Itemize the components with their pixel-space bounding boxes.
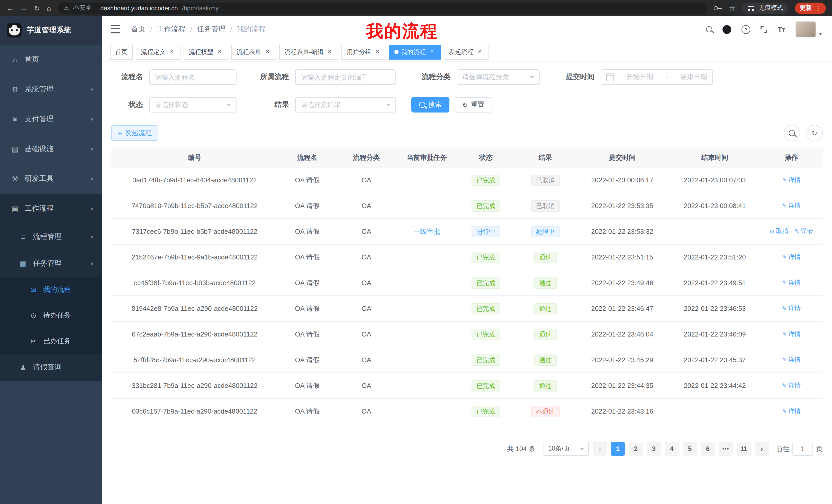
row-actions: ✎详情 bbox=[761, 304, 822, 313]
table-body: 3ad174fb-7b9d-11ec-8404-acde48001122OA 请… bbox=[111, 167, 823, 424]
category-select[interactable]: 请选择流程分类 bbox=[457, 69, 540, 85]
close-icon[interactable]: × bbox=[168, 48, 175, 55]
browser-menu-icon[interactable]: ⋮ bbox=[815, 4, 821, 11]
detail-button[interactable]: ✎详情 bbox=[782, 407, 801, 416]
close-icon[interactable]: × bbox=[326, 48, 333, 55]
sidebar-item-leave-query[interactable]: ♟请假查询 bbox=[0, 354, 102, 381]
column-header: 编号 bbox=[111, 153, 278, 162]
breadcrumb-item[interactable]: 首页 bbox=[131, 25, 146, 34]
toggle-search-button[interactable] bbox=[784, 125, 800, 141]
bookmark-star-icon[interactable]: ☆ bbox=[729, 4, 735, 12]
reset-button[interactable]: ↻ 重置 bbox=[454, 97, 492, 113]
next-page-button[interactable]: › bbox=[755, 442, 769, 456]
start-process-button[interactable]: + 发起流程 bbox=[111, 125, 158, 141]
table-row: ec45f38f-7b9a-11ec-b03b-acde48001122OA 请… bbox=[111, 270, 823, 296]
fullscreen-icon[interactable] bbox=[761, 26, 768, 33]
browser-back-icon[interactable]: ← bbox=[6, 4, 14, 11]
search-icon[interactable] bbox=[706, 26, 712, 32]
detail-button[interactable]: ✎详情 bbox=[782, 356, 801, 364]
sidebar-item-system[interactable]: ⚙系统管理∨ bbox=[0, 75, 102, 104]
close-icon[interactable]: × bbox=[216, 48, 223, 55]
sidebar-item-task-mgmt[interactable]: ▦任务管理∧ bbox=[0, 250, 102, 277]
tab-label: 流程定义 bbox=[141, 48, 165, 56]
detail-icon: ✎ bbox=[782, 202, 787, 209]
tab-process-definition[interactable]: 流程定义× bbox=[136, 45, 181, 59]
sidebar-item-payment[interactable]: ¥支付管理∨ bbox=[0, 104, 102, 134]
tab-process-form[interactable]: 流程表单× bbox=[231, 45, 276, 59]
tab-my-process[interactable]: 我的流程× bbox=[389, 45, 441, 59]
process-name-input[interactable] bbox=[149, 69, 237, 85]
close-icon[interactable]: × bbox=[374, 48, 381, 55]
sidebar-item-home[interactable]: ⌂首页 bbox=[0, 45, 102, 75]
page-button-5[interactable]: 5 bbox=[683, 442, 697, 456]
address-bar[interactable]: ⚠ 不安全 dashboard.yudao.iocoder.cn /bpm/ta… bbox=[58, 2, 707, 13]
hamburger-icon[interactable] bbox=[111, 25, 120, 33]
detail-button[interactable]: ✎详情 bbox=[782, 304, 801, 313]
page-button-4[interactable]: 4 bbox=[665, 442, 679, 456]
tab-process-model[interactable]: 流程模型× bbox=[184, 45, 228, 59]
page-button-2[interactable]: 2 bbox=[629, 442, 643, 456]
filter-result: 结果 请选择流结果 bbox=[248, 97, 396, 113]
browser-forward-icon[interactable]: → bbox=[20, 4, 27, 11]
github-icon[interactable] bbox=[723, 25, 731, 34]
submit-time: 2022-01-22 23:51:15 bbox=[576, 253, 669, 261]
process-category: OA bbox=[336, 228, 396, 235]
detail-button[interactable]: ✎详情 bbox=[795, 227, 813, 236]
row-actions: ✎详情 bbox=[761, 356, 822, 364]
page-button-3[interactable]: 3 bbox=[647, 442, 661, 456]
status-select[interactable]: 请选择状态 bbox=[149, 97, 237, 113]
tab-start-process[interactable]: 发起流程× bbox=[444, 45, 489, 59]
breadcrumb-item[interactable]: 任务管理 bbox=[197, 25, 226, 34]
sidebar-item-infrastructure[interactable]: ▤基础设施∨ bbox=[0, 134, 102, 164]
prev-page-button[interactable]: ‹ bbox=[593, 442, 607, 456]
detail-icon: ✎ bbox=[782, 408, 787, 415]
detail-button[interactable]: ✎详情 bbox=[782, 278, 801, 287]
status-badge: 已完成 bbox=[471, 174, 500, 186]
tab-user-group[interactable]: 用户分组× bbox=[341, 45, 386, 59]
detail-button[interactable]: ✎详情 bbox=[782, 176, 801, 185]
detail-button[interactable]: ✎详情 bbox=[782, 330, 801, 339]
refresh-table-button[interactable]: ↻ bbox=[806, 125, 823, 141]
row-actions: ✎详情 bbox=[761, 253, 822, 261]
sidebar-item-my-process[interactable]: ✉我的流程 bbox=[0, 277, 102, 303]
page-ellipsis[interactable]: ••• bbox=[719, 442, 733, 456]
tab-process-form-edit[interactable]: 流程表单-编辑× bbox=[279, 45, 338, 59]
sidebar-item-process-mgmt[interactable]: ≡流程管理∨ bbox=[0, 223, 102, 250]
process-def-input[interactable] bbox=[295, 69, 396, 85]
process-category: OA bbox=[336, 279, 396, 287]
status-label: 状态 bbox=[111, 100, 143, 109]
help-icon[interactable]: ? bbox=[742, 25, 751, 34]
page-button-6[interactable]: 6 bbox=[701, 442, 715, 456]
close-icon[interactable]: × bbox=[428, 48, 436, 55]
sidebar-item-workflow[interactable]: ▣工作流程∧ bbox=[0, 194, 102, 223]
user-avatar[interactable]: ▼ bbox=[796, 21, 823, 37]
detail-button[interactable]: ✎详情 bbox=[782, 253, 801, 261]
detail-button[interactable]: ✎详情 bbox=[782, 201, 801, 210]
sidebar-item-label: 基础设施 bbox=[25, 144, 85, 153]
password-key-icon[interactable] bbox=[714, 6, 722, 10]
page-button-11[interactable]: 11 bbox=[737, 442, 751, 456]
date-range-picker[interactable]: 开始日期 - 结束日期 bbox=[601, 69, 713, 85]
tab-home[interactable]: 首页 bbox=[110, 45, 133, 59]
goto-page-input[interactable] bbox=[792, 442, 813, 456]
sidebar-item-done-tasks[interactable]: ✂已办任务 bbox=[0, 328, 102, 354]
browser-reload-icon[interactable]: ↻ bbox=[34, 4, 40, 11]
search-button[interactable]: 搜索 bbox=[411, 97, 449, 113]
result-select[interactable]: 请选择流结果 bbox=[295, 97, 396, 113]
sidebar-menu: ⌂首页⚙系统管理∨¥支付管理∨▤基础设施∨⚒研发工具∨▣工作流程∧≡流程管理∨▦… bbox=[0, 45, 102, 381]
browser-update-button[interactable]: 更新 ⋮ bbox=[795, 2, 826, 13]
sidebar-item-todo-tasks[interactable]: ⊙待办任务 bbox=[0, 303, 102, 328]
breadcrumb-item[interactable]: 工作流程 bbox=[157, 25, 186, 34]
current-task-link[interactable]: 一级审批 bbox=[413, 227, 440, 235]
close-icon[interactable]: × bbox=[476, 48, 483, 55]
browser-home-icon[interactable]: ⌂ bbox=[47, 4, 51, 11]
page-button-1[interactable]: 1 bbox=[611, 442, 625, 456]
sidebar-item-devtools[interactable]: ⚒研发工具∨ bbox=[0, 164, 102, 194]
close-icon[interactable]: × bbox=[264, 48, 271, 55]
tab-label: 我的流程 bbox=[401, 48, 426, 56]
column-header: 状态 bbox=[457, 153, 515, 162]
cancel-button[interactable]: ⊘取消 bbox=[770, 227, 788, 236]
detail-button[interactable]: ✎详情 bbox=[782, 381, 801, 390]
page-size-select[interactable]: 10条/页 bbox=[544, 442, 589, 456]
font-size-icon[interactable]: TT bbox=[778, 25, 785, 34]
